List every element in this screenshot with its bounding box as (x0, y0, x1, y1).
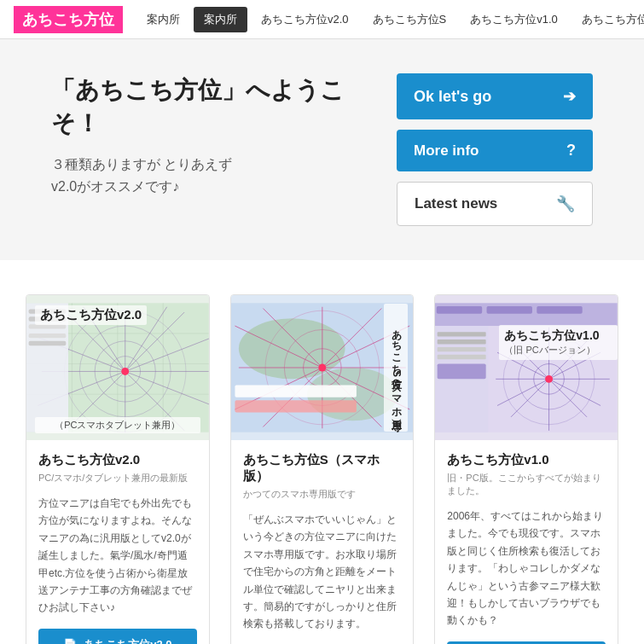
card-v1-subtitle: 旧・PC版。ここからすべてが始まりました。 (447, 472, 606, 497)
card-v1: あちこち方位v1.0 （旧 PCバージョン） あちこち方位v1.0 旧・PC版。… (434, 294, 618, 644)
card-image-s: あちこち方位S（スマホ専用） (231, 295, 414, 440)
card-v1-img-title: あちこち方位v1.0 （旧 PCバージョン） (499, 325, 618, 360)
nav-link-annai1[interactable]: 案内所 (136, 7, 190, 32)
hero-section: 「あちこち方位」へようこそ！ ３種類ありますが とりあえずv2.0がオススメです… (0, 39, 644, 260)
nav-link-s[interactable]: あちこち方位S (363, 7, 457, 32)
card-v2-body: あちこち方位v2.0 PC/スマホ/タブレット兼用の最新版 方位マニアは自宅でも… (26, 440, 209, 644)
card-s-subtitle: かつてのスマホ専用版です (243, 488, 402, 501)
card-s-title: あちこち方位S（スマホ版） (243, 452, 402, 484)
card-s-vertical-title: あちこち方位S（スマホ専用） (384, 304, 408, 432)
card-v1-desc: 2006年、すべてはこれから始まりました。今でも現役です。スマホ版と同じく住所検… (447, 508, 606, 629)
nav-link-news[interactable]: あちこち方位の最新情報 (571, 7, 644, 32)
nav-links: 案内所 案内所 あちこち方位v2.0 あちこち方位S あちこち方位v1.0 あち… (136, 7, 644, 32)
svg-rect-30 (29, 334, 67, 338)
svg-rect-76 (438, 339, 486, 344)
ok-lets-go-button[interactable]: Ok let's go ➔ (397, 73, 593, 119)
svg-rect-29 (29, 324, 67, 328)
svg-point-73 (545, 375, 553, 383)
cards-grid: あちこち方位v2.0 （PCスマホタブレット兼用） あちこち方位v2.0 PC/… (26, 294, 618, 644)
svg-rect-77 (438, 347, 486, 351)
svg-rect-31 (29, 341, 67, 345)
wrench-icon: 🔧 (556, 194, 575, 213)
card-s: あちこち方位S（スマホ専用） あちこち方位S（スマホ版） かつてのスマホ専用版で… (230, 294, 415, 644)
question-icon: ? (566, 142, 576, 160)
svg-rect-52 (235, 400, 356, 412)
svg-rect-75 (438, 332, 486, 336)
more-info-button[interactable]: More info ? (397, 130, 593, 171)
card-s-body: あちこち方位S（スマホ版） かつてのスマホ専用版です 「ぜんぶスマホでいいじゃん… (231, 440, 414, 644)
card-v1-body: あちこち方位v1.0 旧・PC版。ここからすべてが始まりました。 2006年、す… (435, 440, 618, 644)
card-v2-title: あちこち方位v2.0 (38, 452, 197, 468)
btn-go-label: Ok let's go (414, 88, 491, 106)
btn-news-label: Latest news (415, 195, 497, 212)
nav-link-annai2[interactable]: 案内所 (194, 7, 247, 32)
svg-rect-55 (437, 306, 482, 314)
card-v2-subtitle: PC/スマホ/タブレット兼用の最新版 (38, 472, 197, 484)
card-v2-btn-label: あちこち方位v2.0 (84, 637, 171, 644)
card-v2-desc: 方位マニアは自宅でも外出先でも方位が気になりますよね。そんなマニアの為に汎用版と… (38, 495, 197, 617)
svg-rect-79 (438, 364, 486, 380)
svg-rect-78 (438, 355, 486, 359)
card-v1-title: あちこち方位v1.0 (447, 452, 606, 468)
site-logo[interactable]: あちこち方位 (14, 6, 123, 33)
nav-link-v2[interactable]: あちこち方位v2.0 (251, 7, 359, 32)
hero-heading: 「あちこち方位」へようこそ！ (51, 73, 363, 140)
svg-rect-51 (235, 385, 356, 397)
nav-link-v1[interactable]: あちこち方位v1.0 (460, 7, 568, 32)
hero-description: ３種類ありますが とりあえずv2.0がオススメです♪ (51, 154, 363, 197)
latest-news-button[interactable]: Latest news 🔧 (397, 182, 593, 226)
btn-more-label: More info (414, 142, 479, 160)
svg-point-50 (318, 364, 326, 372)
card-v2-img-title: あちこち方位v2.0 (35, 305, 147, 325)
document-icon: 📄 (63, 638, 77, 644)
cards-section: あちこち方位v2.0 （PCスマホタブレット兼用） あちこち方位v2.0 PC/… (0, 260, 644, 644)
card-v2-img-subtitle: （PCスマホタブレット兼用） (35, 417, 200, 433)
card-v2: あちこち方位v2.0 （PCスマホタブレット兼用） あちこち方位v2.0 PC/… (26, 294, 210, 644)
card-s-desc: 「ぜんぶスマホでいいじゃん」という今どきの方位マニアに向けたスマホ専用版です。お… (243, 511, 402, 633)
navbar: あちこち方位 案内所 案内所 あちこち方位v2.0 あちこち方位S あちこち方位… (0, 0, 644, 39)
card-v2-button[interactable]: 📄 あちこち方位v2.0 (38, 629, 197, 644)
arrow-right-icon: ➔ (563, 87, 576, 106)
hero-text: 「あちこち方位」へようこそ！ ３種類ありますが とりあえずv2.0がオススメです… (51, 73, 363, 198)
card-image-v2: あちこち方位v2.0 （PCスマホタブレット兼用） (26, 295, 209, 440)
svg-rect-57 (537, 306, 583, 314)
hero-buttons: Ok let's go ➔ More info ? Latest news 🔧 (397, 73, 593, 226)
card-image-v1: あちこち方位v1.0 （旧 PCバージョン） (435, 295, 618, 440)
svg-point-25 (121, 368, 129, 375)
svg-rect-56 (487, 306, 532, 314)
svg-point-33 (239, 318, 345, 379)
